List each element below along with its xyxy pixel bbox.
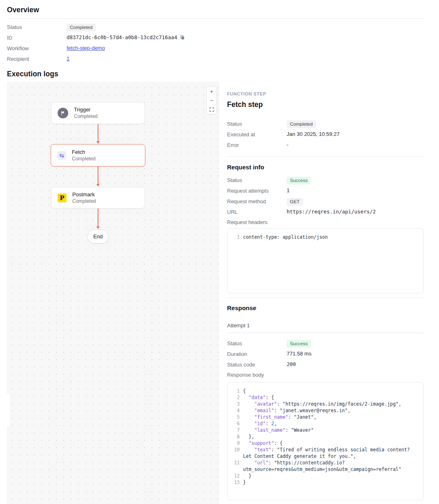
status-code-value: 200 [287, 361, 296, 367]
attempt-label: Attempt 1 [227, 322, 424, 329]
duration-label: Duration [227, 351, 287, 357]
status-code-row: Status code 200 [227, 361, 424, 372]
request-attempts-row: Request attempts 1 [227, 187, 424, 198]
code-line: 1{ [231, 388, 418, 394]
canvas-edge-artifact [7, 394, 10, 426]
fullscreen-icon [209, 107, 214, 112]
node-status: Completed [72, 198, 96, 204]
executed-at-row: Executed at Jan 30 2025, 10:59:27 [227, 131, 424, 142]
overview-title: Overview [7, 6, 425, 14]
request-attempts-value: 1 [287, 187, 290, 193]
execution-detail-page: Overview Status Completed ID d83721dc-6c… [0, 0, 439, 504]
request-headers-code[interactable]: 1content-type: application/json [227, 228, 424, 293]
step-status-row: Status Completed [227, 120, 424, 131]
request-attempts-label: Request attempts [227, 187, 287, 194]
request-status-label: Status [227, 177, 287, 183]
fetch-swap-icon: ⇆ [57, 151, 66, 160]
code-line: 7 "last_name": "Weaver" [231, 427, 418, 433]
id-label: ID [7, 34, 67, 41]
attempt-divider [227, 333, 424, 333]
canvas-zoom-controls: + − [206, 87, 217, 114]
node-end[interactable]: End [87, 229, 109, 244]
code-line: 1content-type: application/json [231, 234, 418, 240]
status-label: Status [7, 24, 67, 30]
workflow-link[interactable]: fetch-step-demo [67, 45, 105, 51]
response-status-badge: Success [287, 340, 311, 348]
error-value: - [287, 142, 288, 148]
request-url-value: https://reqres.in/api/users/2 [287, 209, 376, 215]
status-code-label: Status code [227, 361, 287, 368]
request-headers-label: Request headers [227, 219, 424, 228]
executed-at-label: Executed at [227, 131, 287, 138]
postmark-icon: P [58, 193, 67, 202]
transaction-id-value: d83721dc-6c0b-57d4-a0b8-13cd2c716aa4 [67, 34, 185, 41]
node-title: Trigger [74, 107, 98, 113]
code-line: 11 "url": "https://contentcaddy.io?utm_s… [231, 460, 418, 473]
overview-recipient-row: Recipient 1 [7, 56, 425, 66]
edge-postmark-end [98, 209, 98, 229]
trigger-flag-icon [58, 108, 68, 118]
detail-divider-2 [227, 298, 424, 298]
overview-id-row: ID d83721dc-6c0b-57d4-a0b8-13cd2c716aa4 [7, 34, 425, 45]
edge-trigger-fetch [98, 124, 98, 143]
error-row: Error - [227, 142, 424, 152]
node-postmark[interactable]: P Postmark Completed [51, 187, 145, 209]
response-body-code[interactable]: 1{2 "data": {3 "avatar": "https://reqres… [227, 382, 424, 500]
code-line: 10 "text": "Tired of writing endless soc… [231, 446, 418, 460]
code-line: 12 } [231, 473, 418, 479]
node-title: Postmark [72, 191, 96, 198]
response-status-label: Status [227, 340, 287, 346]
code-line: 9 "support": { [231, 440, 418, 446]
duration-value: 771.58 ms [287, 351, 312, 357]
workflow-label: Workflow [7, 45, 67, 51]
code-line: 13} [231, 479, 418, 486]
response-body-label: Response body [227, 372, 424, 381]
duration-row: Duration 771.58 ms [227, 351, 424, 361]
request-url-label: URL [227, 209, 287, 215]
detail-divider-1 [227, 156, 424, 157]
copy-icon[interactable] [180, 35, 185, 41]
overview-status-row: Status Completed [7, 24, 425, 34]
code-line: 8 }, [231, 433, 418, 440]
recipient-label: Recipient [7, 56, 67, 62]
step-type-kicker: FUNCTION STEP [227, 91, 424, 96]
node-fetch[interactable]: ⇆ Fetch Completed [51, 144, 145, 167]
executed-at-value: Jan 30 2025, 10:59:27 [287, 131, 339, 137]
zoom-out-button[interactable]: − [207, 96, 216, 105]
step-status-label: Status [227, 120, 287, 127]
edge-fetch-postmark [98, 167, 98, 186]
code-line: 2 "data": { [231, 394, 418, 401]
fit-view-button[interactable] [207, 105, 216, 114]
overview-divider [7, 18, 425, 19]
node-status: Completed [74, 113, 98, 120]
response-status-row: Status Success [227, 340, 424, 351]
request-status-row: Status Success [227, 177, 424, 187]
overview-section: Overview Status Completed ID d83721dc-6c… [7, 0, 425, 66]
step-status-badge: Completed [287, 120, 316, 128]
execution-logs-title: Execution logs [7, 70, 58, 78]
request-status-badge: Success [287, 177, 311, 184]
code-line: 4 "email": "janet.weaver@reqres.in", [231, 407, 418, 414]
workflow-canvas[interactable]: + − Trigger Completed ⇆ Fetch Completed … [7, 82, 219, 504]
overview-workflow-row: Workflow fetch-step-demo [7, 45, 425, 56]
node-trigger[interactable]: Trigger Completed [51, 102, 145, 124]
request-url-row: URL https://reqres.in/api/users/2 [227, 209, 424, 219]
node-status: Completed [72, 156, 96, 162]
node-title: Fetch [72, 149, 96, 155]
zoom-in-button[interactable]: + [207, 87, 216, 96]
request-method-label: Request method [227, 198, 287, 204]
step-detail-panel: FUNCTION STEP Fetch step Status Complete… [227, 82, 424, 500]
step-title: Fetch step [227, 100, 424, 109]
request-method-row: Request method GET [227, 198, 424, 209]
code-line: 3 "avatar": "https://reqres.in/img/faces… [231, 401, 418, 407]
code-line: 6 "id": 2, [231, 420, 418, 427]
status-badge: Completed [67, 24, 96, 31]
request-info-title: Request info [227, 164, 424, 171]
error-label: Error [227, 142, 287, 148]
request-method-badge: GET [287, 198, 303, 206]
recipient-link[interactable]: 1 [67, 56, 69, 62]
response-title: Response [227, 304, 424, 311]
code-line: 5 "first_name": "Janet", [231, 414, 418, 420]
